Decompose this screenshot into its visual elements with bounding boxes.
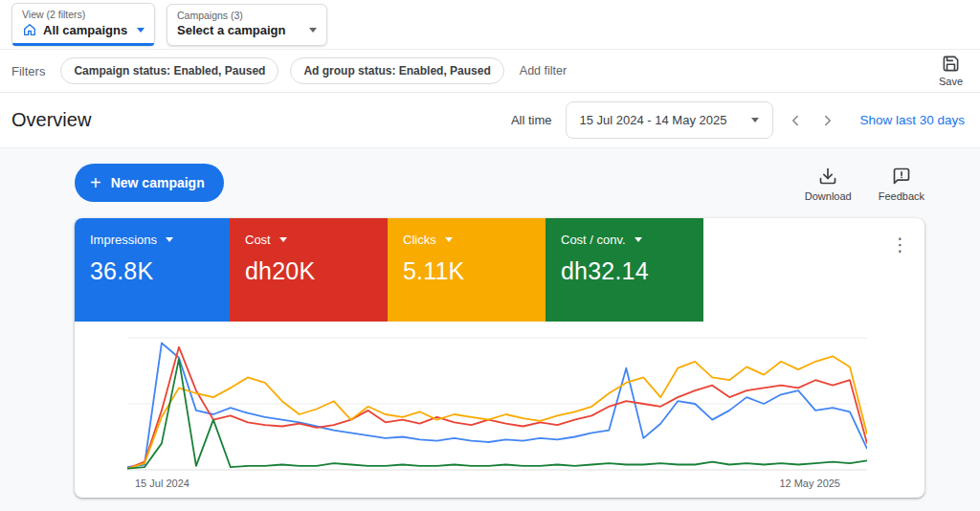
metric-tile-impressions[interactable]: Impressions 36.8K bbox=[75, 218, 230, 322]
chevron-left-icon bbox=[787, 112, 804, 129]
date-range-value: 15 Jul 2024 - 14 May 2025 bbox=[580, 113, 727, 127]
metric-value: dh20K bbox=[245, 257, 372, 285]
metric-tile-cost-per-conv[interactable]: Cost / conv. dh32.14 bbox=[546, 218, 703, 322]
campaign-selector-label: Campaigns (3) bbox=[177, 10, 317, 21]
page-title: Overview bbox=[11, 109, 91, 131]
chevron-down-icon bbox=[309, 28, 317, 33]
metric-label: Cost / conv. bbox=[561, 233, 626, 247]
overview-header-row: Overview All time 15 Jul 2024 - 14 May 2… bbox=[0, 93, 980, 148]
date-range-preset-label: All time bbox=[511, 113, 552, 127]
more-options-icon[interactable]: ⋮ bbox=[891, 235, 909, 254]
feedback-label: Feedback bbox=[879, 190, 924, 202]
filter-bar: Filters Campaign status: Enabled, Paused… bbox=[0, 50, 980, 93]
save-icon bbox=[942, 55, 960, 73]
download-label: Download bbox=[805, 190, 852, 202]
metric-label: Cost bbox=[245, 233, 271, 247]
filters-title: Filters bbox=[11, 64, 45, 78]
x-axis-start-label: 15 Jul 2024 bbox=[135, 478, 189, 489]
new-campaign-button[interactable]: + New campaign bbox=[75, 164, 224, 202]
view-selector-value: All campaigns bbox=[43, 23, 127, 37]
chevron-down-icon bbox=[166, 237, 173, 242]
metric-tiles: Impressions 36.8K Cost dh20K Clicks 5.11… bbox=[75, 218, 924, 322]
top-selector-bar: View (2 filters) All campaigns Campaigns… bbox=[0, 0, 980, 50]
chevron-down-icon bbox=[279, 237, 287, 242]
feedback-icon bbox=[892, 167, 911, 186]
chevron-down-icon bbox=[635, 237, 642, 242]
filter-chip-campaign-status[interactable]: Campaign status: Enabled, Paused bbox=[60, 57, 278, 84]
date-range-selector[interactable]: 15 Jul 2024 - 14 May 2025 bbox=[566, 101, 774, 139]
chevron-down-icon bbox=[751, 118, 759, 122]
plus-icon: + bbox=[90, 174, 101, 191]
metric-value: 5.11K bbox=[403, 257, 530, 285]
metric-value: 36.8K bbox=[90, 257, 214, 285]
metric-tile-clicks[interactable]: Clicks 5.11K bbox=[388, 218, 546, 322]
download-button[interactable]: Download bbox=[805, 167, 852, 202]
chevron-down-icon bbox=[445, 237, 453, 242]
save-label: Save bbox=[939, 76, 963, 87]
campaign-selector-value: Select a campaign bbox=[177, 23, 285, 37]
chevron-down-icon bbox=[137, 28, 145, 33]
metric-tile-cost[interactable]: Cost dh20K bbox=[230, 218, 388, 322]
overview-card: Impressions 36.8K Cost dh20K Clicks 5.11… bbox=[75, 218, 924, 498]
new-campaign-label: New campaign bbox=[111, 175, 205, 190]
google-ads-overview-page: View (2 filters) All campaigns Campaigns… bbox=[0, 0, 980, 511]
add-filter-button[interactable]: Add filter bbox=[520, 64, 567, 78]
save-button[interactable]: Save bbox=[939, 55, 963, 87]
previous-period-button[interactable] bbox=[785, 110, 806, 131]
filter-chip-adgroup-status[interactable]: Ad group status: Enabled, Paused bbox=[290, 57, 503, 84]
view-selector[interactable]: View (2 filters) All campaigns bbox=[11, 3, 155, 46]
download-icon bbox=[818, 167, 837, 186]
metric-label: Clicks bbox=[403, 233, 436, 247]
campaign-selector[interactable]: Campaigns (3) Select a campaign bbox=[167, 4, 327, 46]
time-series-chart: 15 Jul 2024 12 May 2025 bbox=[75, 322, 924, 489]
metric-label: Impressions bbox=[90, 233, 157, 247]
content-area: + New campaign Download bbox=[0, 148, 980, 511]
show-last-30-days-link[interactable]: Show last 30 days bbox=[859, 113, 965, 127]
view-selector-label: View (2 filters) bbox=[22, 9, 145, 20]
line-chart-canvas bbox=[127, 337, 867, 471]
metric-value: dh32.14 bbox=[561, 257, 688, 285]
next-period-button[interactable] bbox=[817, 110, 838, 131]
x-axis-end-label: 12 May 2025 bbox=[779, 478, 840, 489]
chevron-right-icon bbox=[819, 112, 836, 129]
feedback-button[interactable]: Feedback bbox=[879, 167, 924, 202]
home-icon bbox=[22, 22, 37, 37]
